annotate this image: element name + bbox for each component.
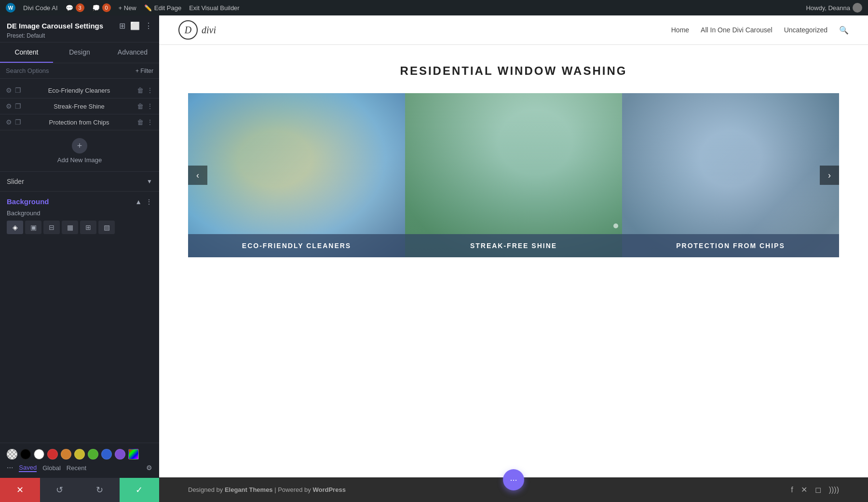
carousel-dot (613, 223, 618, 228)
nav-uncategorized[interactable]: Uncategorized (784, 26, 827, 34)
bg-type-pattern[interactable]: ⊞ (80, 221, 96, 234)
carousel-caption-3: PROTECTION FROM CHIPS (622, 234, 839, 257)
swatch-blue[interactable] (101, 449, 112, 460)
background-section-header: Background ▲ ⋮ (7, 192, 152, 209)
bg-type-color[interactable]: ◈ (7, 221, 23, 234)
panel-content: ⚙ ❐ Eco-Friendly Cleaners 🗑 ⋮ ⚙ ❐ Streak… (0, 79, 159, 443)
image-label-1: Eco-Friendly Cleaners (25, 87, 133, 94)
save-button[interactable]: ✓ (120, 478, 160, 502)
color-tab-saved[interactable]: Saved (19, 464, 37, 472)
rss-icon[interactable]: )))) (829, 486, 839, 494)
item-actions-3: 🗑 ⋮ (137, 118, 153, 126)
logo-text: divi (202, 25, 216, 36)
background-collapse-icon[interactable]: ▲ (135, 198, 142, 206)
search-input[interactable] (6, 67, 132, 74)
new-button[interactable]: + New (119, 4, 136, 12)
color-settings-icon[interactable]: ⚙ (146, 464, 152, 472)
swatch-purple[interactable] (115, 449, 125, 460)
panel-icon-more[interactable]: ⋮ (145, 21, 152, 30)
nav-carousel[interactable]: All In One Divi Carousel (701, 26, 773, 34)
wp-logo-icon[interactable]: W (6, 3, 15, 13)
carousel-title: RESIDENTIAL WINDOW WASHING (188, 64, 839, 78)
carousel-item-2: STREAK-FREE SHINE (405, 93, 622, 257)
nav-home[interactable]: Home (671, 26, 689, 34)
bg-type-image[interactable]: ⊟ (43, 221, 60, 234)
twitter-x-icon[interactable]: ✕ (801, 485, 807, 494)
cancel-button[interactable]: ✕ (0, 478, 40, 502)
image-item-2[interactable]: ⚙ ❐ Streak-Free Shine 🗑 ⋮ (0, 98, 159, 114)
undo-button[interactable]: ↺ (40, 478, 80, 502)
swatch-green[interactable] (88, 449, 98, 460)
panel-icon-copy[interactable]: ⊞ (119, 21, 125, 30)
more-dots[interactable]: ··· (7, 463, 13, 472)
site-nav-links: Home All In One Divi Carousel Uncategori… (671, 26, 849, 35)
duplicate-icon-2[interactable]: ❐ (15, 102, 21, 110)
bg-type-video[interactable]: ▦ (62, 221, 78, 234)
footer-text: Designed by Elegant Themes | Powered by … (188, 486, 346, 493)
swatch-transparent[interactable] (7, 449, 17, 460)
image-item-1[interactable]: ⚙ ❐ Eco-Friendly Cleaners 🗑 ⋮ (0, 83, 159, 98)
background-section-title: Background (7, 197, 49, 206)
bg-type-mask[interactable]: ▧ (98, 221, 115, 234)
panel-header-icons: ⊞ ⬜ ⋮ (119, 21, 152, 30)
floating-action-button[interactable]: ··· (503, 469, 524, 490)
left-panel: DE Image Carousel Settings ⊞ ⬜ ⋮ Preset:… (0, 15, 159, 502)
tab-design[interactable]: Design (53, 42, 106, 63)
filter-button[interactable]: + Filter (136, 68, 153, 74)
color-tab-recent[interactable]: Recent (67, 464, 86, 472)
item-icons-1: ⚙ ❐ (6, 86, 21, 94)
swatch-custom[interactable] (128, 449, 139, 460)
slider-chevron-icon: ▼ (147, 178, 152, 185)
swatch-black[interactable] (20, 449, 31, 460)
exit-vb-button[interactable]: Exit Visual Builder (189, 4, 240, 12)
float-btn-icon: ··· (510, 475, 517, 485)
instagram-icon[interactable]: ◻ (815, 485, 821, 494)
more-icon-3[interactable]: ⋮ (147, 118, 153, 126)
delete-icon-3[interactable]: 🗑 (137, 118, 144, 126)
panel-icon-layout[interactable]: ⬜ (130, 21, 140, 30)
carousel-item-1: ECO-FRIENDLY CLEANERS (188, 93, 405, 257)
color-section: ··· Saved Global Recent ⚙ (0, 443, 159, 478)
howdy-menu[interactable]: Howdy, Deanna (806, 3, 862, 13)
duplicate-icon-3[interactable]: ❐ (15, 118, 21, 126)
carousel-prev-button[interactable]: ‹ (188, 166, 207, 185)
user-avatar (853, 3, 862, 13)
add-circle-icon: + (72, 138, 87, 153)
duplicate-icon-1[interactable]: ❐ (15, 86, 21, 94)
comments-menu[interactable]: 💬 3 (66, 3, 84, 12)
settings-icon-1[interactable]: ⚙ (6, 86, 12, 94)
search-icon[interactable]: 🔍 (839, 26, 849, 35)
carousel-next-button[interactable]: › (820, 166, 839, 185)
slider-section-header[interactable]: Slider ▼ (0, 171, 159, 191)
background-section: Background ▲ ⋮ Background ◈ ▣ ⊟ ▦ ⊞ ▧ (0, 191, 159, 240)
bubble-menu[interactable]: 💭 0 (92, 3, 111, 12)
tab-advanced[interactable]: Advanced (106, 42, 159, 63)
edit-page-button[interactable]: ✏️ Edit Page (144, 4, 181, 12)
cancel-icon: ✕ (16, 485, 24, 495)
redo-button[interactable]: ↻ (80, 478, 120, 502)
settings-icon-2[interactable]: ⚙ (6, 102, 12, 110)
add-new-image-button[interactable]: + Add New Image (0, 130, 159, 171)
main-layout: DE Image Carousel Settings ⊞ ⬜ ⋮ Preset:… (0, 15, 868, 502)
color-tab-global[interactable]: Global (42, 464, 61, 472)
divi-code-ai-menu[interactable]: Divi Code AI (23, 4, 58, 12)
image-label-3: Protection from Chips (25, 119, 133, 126)
bg-type-gradient[interactable]: ▣ (25, 221, 41, 234)
swatch-orange[interactable] (61, 449, 71, 460)
right-content: D divi Home All In One Divi Carousel Unc… (159, 15, 868, 502)
tab-content[interactable]: Content (0, 42, 53, 63)
undo-icon: ↺ (56, 485, 63, 495)
image-item-3[interactable]: ⚙ ❐ Protection from Chips 🗑 ⋮ (0, 114, 159, 130)
more-icon-1[interactable]: ⋮ (147, 86, 153, 94)
delete-icon-1[interactable]: 🗑 (137, 86, 144, 94)
swatch-white[interactable] (34, 449, 44, 460)
carousel-section: RESIDENTIAL WINDOW WASHING ‹ ECO-FRIENDL… (159, 45, 868, 277)
more-icon-2[interactable]: ⋮ (147, 102, 153, 110)
facebook-icon[interactable]: f (791, 486, 793, 494)
panel-search-bar: + Filter (0, 63, 159, 79)
settings-icon-3[interactable]: ⚙ (6, 118, 12, 126)
background-more-icon[interactable]: ⋮ (146, 198, 152, 206)
swatch-red[interactable] (47, 449, 58, 460)
swatch-yellow[interactable] (74, 449, 85, 460)
delete-icon-2[interactable]: 🗑 (137, 102, 144, 110)
